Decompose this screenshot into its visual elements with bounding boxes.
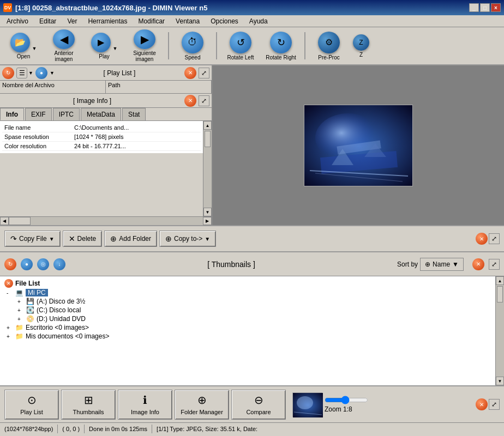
- tree-expand-misdoc[interactable]: +: [7, 334, 13, 340]
- tab-metadata[interactable]: MetaData: [81, 108, 121, 120]
- tabs-expand-btn[interactable]: ⤢: [489, 399, 500, 410]
- action-close-icon[interactable]: ✕: [476, 233, 488, 245]
- image-info-expand-btn[interactable]: ⤢: [199, 95, 209, 106]
- open-button[interactable]: 📂 ▼ Open: [4, 29, 43, 62]
- tab-info[interactable]: Info: [0, 108, 24, 120]
- siguiente-button[interactable]: ▶ Siguiente imagen: [125, 29, 164, 62]
- image-svg: [304, 105, 413, 186]
- tree-item-c[interactable]: + 💽 (C:) Disco local: [2, 306, 493, 314]
- maximize-button[interactable]: □: [480, 3, 490, 12]
- tree-item-mipc[interactable]: - 💻 Mi PC: [2, 288, 493, 297]
- thumb-close-icon[interactable]: ✕: [472, 258, 484, 270]
- menu-opciones[interactable]: Opciones: [206, 16, 243, 26]
- file-tree-vscrollbar[interactable]: ▲ ▼: [495, 276, 504, 385]
- thumb-icon3[interactable]: ↓: [53, 258, 65, 270]
- tabs-close-icon[interactable]: ✕: [476, 398, 488, 410]
- thumb-refresh-icon[interactable]: ↻: [4, 258, 16, 270]
- thumb-icon1[interactable]: ●: [21, 258, 33, 270]
- info-key-filename: File name: [4, 124, 70, 131]
- col-path: Path: [106, 81, 212, 93]
- bottom-tab-playlist[interactable]: ⊙ Play List: [4, 390, 59, 420]
- menu-ayuda[interactable]: Ayuda: [245, 16, 272, 26]
- tab-iptc[interactable]: IPTC: [53, 108, 80, 120]
- thumb-expand-btn[interactable]: ⤢: [489, 259, 500, 270]
- tree-icon-c: 💽: [26, 306, 34, 314]
- tree-item-a[interactable]: + 💾 (A:) Disco de 3½: [2, 297, 493, 306]
- playlist-close-icon[interactable]: ✕: [184, 67, 196, 79]
- info-vscrollbar[interactable]: ▲ ▼: [203, 121, 212, 216]
- hscroll-thumb[interactable]: [9, 217, 31, 225]
- menu-herramientas[interactable]: Herramientas: [83, 16, 131, 26]
- tree-expand-escritorio[interactable]: +: [7, 325, 13, 331]
- bottom-tab-thumbnails[interactable]: ⊞ Thumbnails: [61, 390, 116, 420]
- delete-button[interactable]: ✕ Delete: [63, 231, 103, 247]
- titlebar-buttons: _ □ ×: [469, 3, 501, 12]
- zoom-button[interactable]: Z Z: [350, 29, 372, 62]
- thumbnails-title: [ Thumbnails ]: [70, 260, 393, 269]
- scroll-thumb[interactable]: [205, 131, 211, 147]
- zoom-control: Zoom 1:8: [325, 396, 368, 413]
- delete-icon: ✕: [69, 234, 75, 243]
- info-hscrollbar[interactable]: ◀ ▶: [0, 216, 212, 225]
- tab-exif[interactable]: EXIF: [25, 108, 52, 120]
- speed-button[interactable]: ⏱ Speed: [173, 29, 212, 62]
- rotate-right-button[interactable]: ↻ Rotate Right: [262, 29, 300, 62]
- close-button[interactable]: ×: [491, 3, 501, 12]
- tree-expand-mipc[interactable]: -: [7, 290, 13, 296]
- info-val-color: 24 bit - 16.777.21...: [74, 143, 126, 149]
- thumb-icon2[interactable]: ◎: [37, 258, 49, 270]
- bottom-tab-compare[interactable]: ⊖ Compare: [231, 390, 286, 420]
- menu-archivo[interactable]: Archivo: [2, 16, 33, 26]
- bottom-tab-foldermanager[interactable]: ⊕ Folder Manager: [175, 390, 229, 420]
- anterior-button[interactable]: ◀ Anterior imagen: [45, 29, 83, 62]
- tree-expand-c[interactable]: +: [17, 307, 24, 313]
- copy-to-arrow[interactable]: ▼: [205, 236, 210, 242]
- play-button[interactable]: ▶ ▼ Play: [85, 29, 123, 62]
- filetree-scroll-track[interactable]: [496, 285, 504, 377]
- copy-file-button[interactable]: ↷ Copy File ▼: [4, 231, 61, 247]
- file-tree[interactable]: ✕ File List - 💻 Mi PC + 💾 (A:) Disco de …: [0, 276, 495, 385]
- tree-item-misdoc[interactable]: + 📁 Mis documentos <0 images>: [2, 332, 493, 341]
- menu-ver[interactable]: Ver: [63, 16, 81, 26]
- app-icon: DV: [3, 3, 12, 12]
- scroll-down-btn[interactable]: ▼: [203, 208, 212, 216]
- scroll-up-btn[interactable]: ▲: [203, 121, 212, 130]
- tab-stat[interactable]: Stat: [122, 108, 146, 120]
- tree-item-escritorio[interactable]: + 📁 Escritorio <0 images>: [2, 323, 493, 332]
- sort-arrow[interactable]: ▼: [452, 261, 459, 268]
- sort-button[interactable]: ⊕ Name ▼: [420, 258, 464, 271]
- play-dropdown-arrow[interactable]: ▼: [113, 46, 118, 51]
- playlist-menu-arrow[interactable]: ▼: [28, 70, 33, 76]
- copy-to-button[interactable]: ⊕ Copy to-> ▼: [159, 231, 216, 247]
- hscroll-right-btn[interactable]: ▶: [203, 217, 212, 225]
- zoom-slider[interactable]: [325, 396, 368, 404]
- hscroll-left-btn[interactable]: ◀: [0, 217, 9, 225]
- preproc-button[interactable]: ⚙ Pre-Proc: [310, 29, 348, 62]
- copy-file-arrow[interactable]: ▼: [49, 236, 55, 242]
- open-dropdown-arrow[interactable]: ▼: [32, 46, 37, 51]
- main-area: ↻ ☰ ▼ ● ▼ [ Play List ] ✕ ⤢ Nombre del A…: [0, 65, 504, 226]
- filetree-scroll-up[interactable]: ▲: [496, 276, 504, 285]
- tree-expand-d[interactable]: +: [17, 316, 24, 322]
- tree-expand-a[interactable]: +: [17, 299, 24, 305]
- scroll-track[interactable]: [203, 130, 212, 208]
- minimize-button[interactable]: _: [469, 3, 479, 12]
- tree-item-d[interactable]: + 📀 (D:) Unidad DVD: [2, 314, 493, 323]
- rotate-left-button[interactable]: ↺ Rotate Left: [221, 29, 260, 62]
- action-expand-btn[interactable]: ⤢: [489, 233, 500, 244]
- image-info-close-icon[interactable]: ✕: [184, 95, 196, 107]
- bottom-tab-imageinfo[interactable]: ℹ Image Info: [118, 390, 172, 420]
- rotate-left-icon: ↺: [230, 32, 251, 53]
- copy-file-icon: ↷: [10, 234, 17, 243]
- filetree-scroll-thumb[interactable]: [497, 286, 503, 302]
- playlist-refresh-icon[interactable]: ●: [35, 67, 47, 79]
- filetree-scroll-down[interactable]: ▼: [496, 377, 504, 385]
- playlist-expand-btn[interactable]: ⤢: [199, 68, 209, 78]
- menu-modificar[interactable]: Modificar: [134, 16, 169, 26]
- hscroll-track[interactable]: [9, 217, 203, 225]
- playlist-refresh-arrow[interactable]: ▼: [50, 70, 55, 76]
- menu-editar[interactable]: Editar: [35, 16, 61, 26]
- playlist-menu-btn[interactable]: ☰: [16, 68, 27, 78]
- menu-ventana[interactable]: Ventana: [171, 16, 204, 26]
- add-folder-button[interactable]: ⊕ Add Folder: [104, 231, 157, 247]
